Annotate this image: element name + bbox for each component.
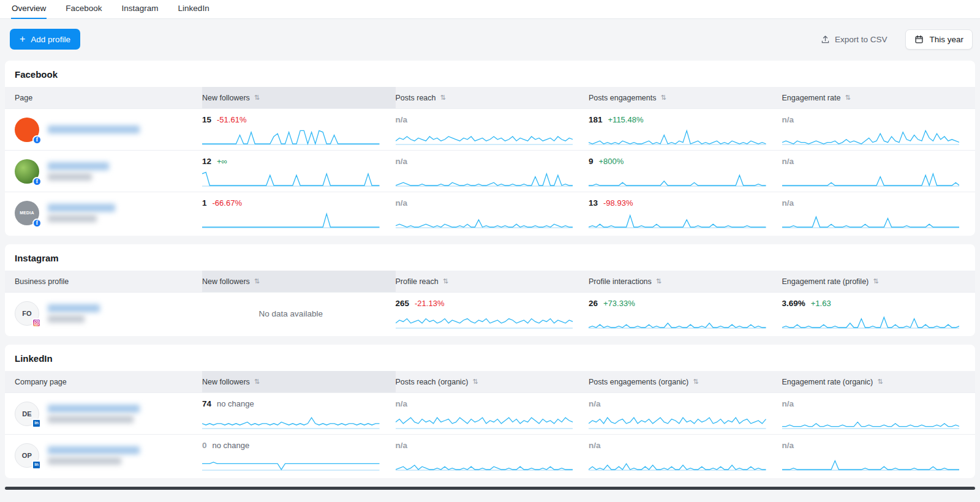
- metric-value-line: n/a: [782, 198, 960, 208]
- linkedin-badge-icon: in: [32, 460, 41, 470]
- column-header-new-followers[interactable]: New followers⇅: [202, 271, 396, 292]
- sort-icon[interactable]: ⇅: [254, 278, 260, 285]
- section-title: Facebook: [5, 61, 975, 87]
- redacted-text-line: [48, 126, 140, 133]
- column-header-label: Posts reach (organic): [396, 378, 469, 386]
- profile-row: FONo data available265-21.13%26+73.33%3.…: [5, 292, 975, 334]
- metric-value: n/a: [782, 198, 794, 208]
- column-header-engagement-rate-profile[interactable]: Engagement rate (profile)⇅: [782, 271, 976, 292]
- date-range-button[interactable]: This year: [905, 29, 973, 50]
- tab-instagram[interactable]: Instagram: [121, 0, 159, 18]
- metric-value-line: 181+115.48%: [589, 115, 766, 124]
- add-profile-button[interactable]: + Add profile: [10, 29, 80, 50]
- profile-cell[interactable]: f: [5, 151, 202, 192]
- calendar-icon: [914, 35, 924, 44]
- sparkline-chart: [396, 209, 573, 228]
- column-header-profile-reach[interactable]: Profile reach⇅: [396, 271, 589, 292]
- tab-linkedin[interactable]: LinkedIn: [178, 0, 210, 18]
- facebook-badge-icon: f: [32, 219, 42, 228]
- profile-cell[interactable]: OPin: [5, 435, 202, 476]
- metric-cell-posts-reach: n/a: [396, 109, 589, 150]
- metric-delta: -51.61%: [217, 115, 246, 124]
- column-header-posts-reach[interactable]: Posts reach⇅: [396, 87, 589, 108]
- sort-icon[interactable]: ⇅: [472, 378, 478, 385]
- sparkline-chart: [589, 209, 766, 228]
- profile-row: MEDIAf1-66.67%n/a13-98.93%n/a: [5, 192, 975, 233]
- metric-delta: -21.13%: [415, 299, 444, 308]
- sort-icon[interactable]: ⇅: [656, 278, 662, 285]
- profile-avatar: MEDIAf: [15, 201, 39, 225]
- sort-icon[interactable]: ⇅: [440, 94, 446, 101]
- metric-value-line: n/a: [782, 441, 960, 450]
- sort-icon[interactable]: ⇅: [877, 378, 883, 385]
- facebook-badge-icon: f: [32, 135, 42, 144]
- metric-delta: +∞: [217, 157, 227, 166]
- sparkline-chart: [782, 310, 960, 329]
- column-header-label: Engagement rate (profile): [782, 277, 869, 286]
- column-header-entity: Business profile: [5, 271, 202, 292]
- profile-avatar: FO: [15, 301, 39, 326]
- profile-row: f12+∞n/a9+800%n/a: [5, 150, 975, 192]
- profile-cell[interactable]: FO: [5, 293, 202, 334]
- column-header-new-followers[interactable]: New followers⇅: [202, 87, 396, 108]
- sort-icon[interactable]: ⇅: [254, 378, 260, 385]
- sparkline-chart: [589, 310, 766, 329]
- metric-value: n/a: [396, 115, 408, 124]
- metric-cell-engagement-rate: n/a: [782, 192, 976, 233]
- sort-icon[interactable]: ⇅: [845, 94, 850, 101]
- column-header-engagement-rate-organic[interactable]: Engagement rate (organic)⇅: [782, 371, 976, 392]
- tab-overview[interactable]: Overview: [11, 0, 47, 18]
- column-header-engagement-rate[interactable]: Engagement rate⇅: [782, 87, 976, 108]
- metric-cell-posts-engagements: 9+800%: [589, 151, 782, 192]
- metric-delta: no change: [217, 399, 254, 408]
- profile-row: OPin0no changen/an/an/a: [5, 434, 975, 476]
- metric-value-line: 9+800%: [589, 157, 766, 166]
- redacted-text-line: [48, 162, 109, 170]
- metric-value: 3.69%: [782, 299, 805, 308]
- toolbar: + Add profile Export to CSV This year: [0, 19, 980, 61]
- metric-value-line: n/a: [396, 399, 573, 408]
- column-header-new-followers[interactable]: New followers⇅: [202, 371, 396, 392]
- column-header-label: New followers: [202, 94, 250, 102]
- metric-cell-engagement-rate: n/a: [782, 109, 976, 150]
- redacted-profile-name: [48, 304, 100, 323]
- profile-avatar: f: [15, 118, 39, 142]
- metric-cell-posts-engagements-organic: n/a: [589, 435, 782, 476]
- sparkline-chart: [202, 209, 380, 228]
- column-header-profile-interactions[interactable]: Profile interactions⇅: [589, 271, 782, 292]
- redacted-text-line: [48, 416, 134, 423]
- tabs: OverviewFacebookInstagramLinkedIn: [11, 0, 210, 18]
- metric-cell-posts-reach: n/a: [396, 192, 589, 233]
- no-data-label: No data available: [259, 309, 323, 318]
- sort-icon[interactable]: ⇅: [443, 278, 448, 285]
- avatar-initials: FO: [22, 310, 32, 317]
- sparkline-chart: [396, 126, 573, 145]
- metric-cell-engagement-rate: n/a: [782, 151, 976, 192]
- metric-value: 13: [589, 198, 598, 208]
- sort-icon[interactable]: ⇅: [254, 94, 260, 101]
- export-csv-button[interactable]: Export to CSV: [817, 34, 891, 45]
- metric-value-line: n/a: [782, 115, 960, 124]
- sparkline-chart: [589, 410, 766, 429]
- metric-value: n/a: [589, 441, 601, 450]
- table-header-row: Business profileNew followers⇅Profile re…: [5, 271, 975, 292]
- redacted-text-line: [48, 315, 85, 323]
- metric-value-line: n/a: [589, 441, 766, 450]
- metric-value: 181: [589, 115, 603, 124]
- sparkline-chart: [589, 168, 766, 187]
- profile-cell[interactable]: MEDIAf: [5, 192, 202, 233]
- tab-facebook[interactable]: Facebook: [65, 0, 102, 18]
- sort-icon[interactable]: ⇅: [661, 94, 666, 101]
- column-header-posts-engagements[interactable]: Posts engagements⇅: [589, 87, 782, 108]
- metric-value-line: 1-66.67%: [202, 198, 380, 208]
- sort-icon[interactable]: ⇅: [873, 278, 878, 285]
- sparkline-chart: [589, 126, 766, 145]
- sort-icon[interactable]: ⇅: [693, 378, 698, 385]
- metric-cell-profile-interactions: 26+73.33%: [589, 293, 782, 334]
- column-header-posts-reach-organic[interactable]: Posts reach (organic)⇅: [396, 371, 589, 392]
- column-header-label: Posts engagements (organic): [589, 378, 688, 386]
- column-header-posts-engagements-organic[interactable]: Posts engagements (organic)⇅: [589, 371, 782, 392]
- profile-cell[interactable]: f: [5, 109, 202, 150]
- profile-avatar: f: [15, 159, 39, 184]
- profile-cell[interactable]: DEin: [5, 393, 202, 434]
